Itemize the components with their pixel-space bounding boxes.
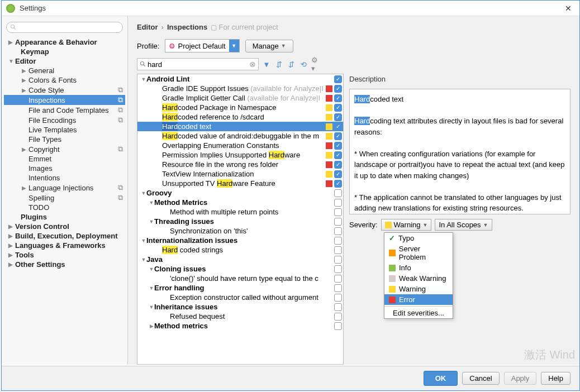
- checkbox[interactable]: ✓: [334, 142, 342, 150]
- manage-button[interactable]: Manage ▼: [245, 40, 293, 52]
- inspection-row[interactable]: ▼Java: [137, 255, 343, 264]
- sidebar-search-input[interactable]: [17, 23, 119, 31]
- inspection-row[interactable]: Method with multiple return points: [137, 207, 343, 217]
- sidebar-item[interactable]: ▶Appearance & Behavior: [4, 37, 125, 47]
- severity-option-error[interactable]: Error: [384, 294, 453, 305]
- sidebar-item[interactable]: ▼Editor: [4, 56, 125, 66]
- checkbox[interactable]: [334, 208, 342, 216]
- checkbox[interactable]: ✓: [334, 132, 342, 140]
- checkbox[interactable]: ✓: [334, 161, 342, 169]
- checkbox[interactable]: [334, 227, 342, 235]
- severity-select[interactable]: Warning ▼: [381, 219, 432, 231]
- severity-edit[interactable]: Edit severities...: [384, 308, 453, 318]
- filter-input[interactable]: [146, 60, 249, 69]
- sidebar-item[interactable]: Inspections⧉: [4, 95, 125, 105]
- profile-select[interactable]: ⚙Project Default ▼: [165, 39, 239, 52]
- inspection-row[interactable]: Synchronization on 'this': [137, 226, 343, 236]
- sidebar-item[interactable]: Plugins: [4, 212, 125, 222]
- inspection-row[interactable]: ▼Inheritance issues: [137, 302, 343, 312]
- checkbox[interactable]: ✓: [334, 123, 342, 131]
- inspection-row[interactable]: 'clone()' should have return type equal …: [137, 274, 343, 283]
- severity-option-info[interactable]: Info: [384, 262, 453, 273]
- filter-box[interactable]: ⊗: [137, 58, 259, 70]
- sidebar-item[interactable]: Intentions: [4, 173, 125, 183]
- severity-option-warning[interactable]: Warning: [384, 284, 453, 294]
- sidebar-item[interactable]: ▶Tools: [4, 250, 125, 260]
- sidebar-item[interactable]: ▶Language Injections⧉: [4, 183, 125, 193]
- checkbox[interactable]: ✓: [334, 113, 342, 121]
- checkbox[interactable]: [334, 294, 342, 302]
- checkbox[interactable]: [334, 199, 342, 207]
- inspection-row[interactable]: Overlapping Enumeration Constants✓: [137, 141, 343, 150]
- checkbox[interactable]: ✓: [334, 170, 342, 178]
- inspections-tree[interactable]: ▼Android Lint✓Gradle IDE Support Issues …: [137, 74, 344, 365]
- inspection-row[interactable]: ▼Method Metrics: [137, 198, 343, 207]
- severity-option-server[interactable]: Server Problem: [384, 243, 453, 262]
- checkbox[interactable]: [334, 284, 342, 292]
- checkbox[interactable]: [334, 313, 342, 321]
- checkbox[interactable]: ✓: [334, 180, 342, 188]
- inspection-row[interactable]: Permission Implies Unsupported Hardware✓: [137, 150, 343, 160]
- sidebar-item[interactable]: ▶Build, Execution, Deployment: [4, 231, 125, 241]
- clear-icon[interactable]: ⊗: [249, 60, 256, 69]
- sidebar-item[interactable]: File Encodings⧉: [4, 115, 125, 125]
- scope-select[interactable]: In All Scopes ▼: [435, 219, 492, 231]
- inspection-row[interactable]: ▼Android Lint✓: [137, 74, 343, 84]
- inspection-row[interactable]: Resource file in the wrong res folder✓: [137, 160, 343, 169]
- sidebar-item[interactable]: ▶Languages & Frameworks: [4, 241, 125, 250]
- inspection-row[interactable]: ▼Internationalization issues: [137, 236, 343, 245]
- checkbox[interactable]: [334, 218, 342, 226]
- inspection-row[interactable]: Hardcoded value of android:debuggable in…: [137, 131, 343, 141]
- inspection-row[interactable]: ▼Error handling: [137, 283, 343, 293]
- reset-icon[interactable]: ⟲: [299, 60, 308, 69]
- sidebar-item[interactable]: Live Templates: [4, 125, 125, 135]
- sidebar-item[interactable]: Emmet: [4, 154, 125, 164]
- close-icon[interactable]: ✕: [562, 3, 575, 14]
- sidebar-item[interactable]: Keymap: [4, 47, 125, 56]
- inspection-row[interactable]: ▶Method metrics: [137, 321, 343, 331]
- sidebar-item[interactable]: ▶Code Style⧉: [4, 85, 125, 95]
- checkbox[interactable]: ✓: [334, 94, 342, 102]
- checkbox[interactable]: ✓: [334, 151, 342, 159]
- inspection-row[interactable]: Gradle IDE Support Issues (available for…: [137, 84, 343, 93]
- inspection-row[interactable]: Exception constructor called without arg…: [137, 293, 343, 302]
- collapse-all-icon[interactable]: ⇵: [287, 60, 296, 69]
- checkbox[interactable]: [334, 237, 342, 245]
- checkbox[interactable]: ✓: [334, 104, 342, 112]
- cancel-button[interactable]: Cancel: [462, 372, 499, 385]
- checkbox[interactable]: ✓: [334, 85, 342, 93]
- inspection-row[interactable]: Hardcoded reference to /sdcard✓: [137, 112, 343, 122]
- sidebar-item[interactable]: Images: [4, 164, 125, 173]
- inspection-row[interactable]: Hardcoded text✓: [137, 122, 343, 131]
- ok-button[interactable]: OK: [424, 371, 458, 386]
- breadcrumb-parent[interactable]: Editor: [137, 23, 158, 31]
- gear-icon[interactable]: ⚙ ▾: [311, 60, 320, 69]
- inspection-row[interactable]: ▼Cloning issues: [137, 264, 343, 274]
- sidebar-item[interactable]: ▶Copyright⧉: [4, 144, 125, 154]
- inspection-row[interactable]: ▼Threading issues: [137, 217, 343, 226]
- filter-icon[interactable]: ▼: [262, 60, 271, 69]
- sidebar-item[interactable]: ▶Other Settings: [4, 260, 125, 269]
- checkbox[interactable]: [334, 303, 342, 311]
- inspection-row[interactable]: ▼Groovy: [137, 188, 343, 198]
- sidebar-item[interactable]: Spelling⧉: [4, 193, 125, 203]
- expand-all-icon[interactable]: ⇵: [274, 60, 283, 69]
- checkbox[interactable]: [334, 189, 342, 197]
- sidebar-item[interactable]: TODO: [4, 203, 125, 212]
- sidebar-item[interactable]: File Types: [4, 135, 125, 144]
- sidebar-search[interactable]: [6, 22, 123, 33]
- inspection-row[interactable]: Hardcoded Package in Namespace✓: [137, 103, 343, 112]
- sidebar-item[interactable]: File and Code Templates⧉: [4, 105, 125, 115]
- inspection-row[interactable]: Unsupported TV Hardware Feature✓: [137, 179, 343, 188]
- help-button[interactable]: Help: [541, 372, 571, 385]
- inspection-row[interactable]: Hard coded strings: [137, 245, 343, 255]
- sidebar-item[interactable]: ▶Version Control: [4, 222, 125, 231]
- inspection-row[interactable]: TextView Internationalization✓: [137, 169, 343, 179]
- sidebar-item[interactable]: ▶Colors & Fonts: [4, 75, 125, 85]
- checkbox[interactable]: [334, 275, 342, 283]
- sidebar-item[interactable]: ▶General: [4, 66, 125, 75]
- checkbox[interactable]: [334, 265, 342, 273]
- checkbox[interactable]: [334, 256, 342, 264]
- severity-option-weak[interactable]: Weak Warning: [384, 273, 453, 284]
- severity-option-typo[interactable]: ✓Typo: [384, 233, 453, 243]
